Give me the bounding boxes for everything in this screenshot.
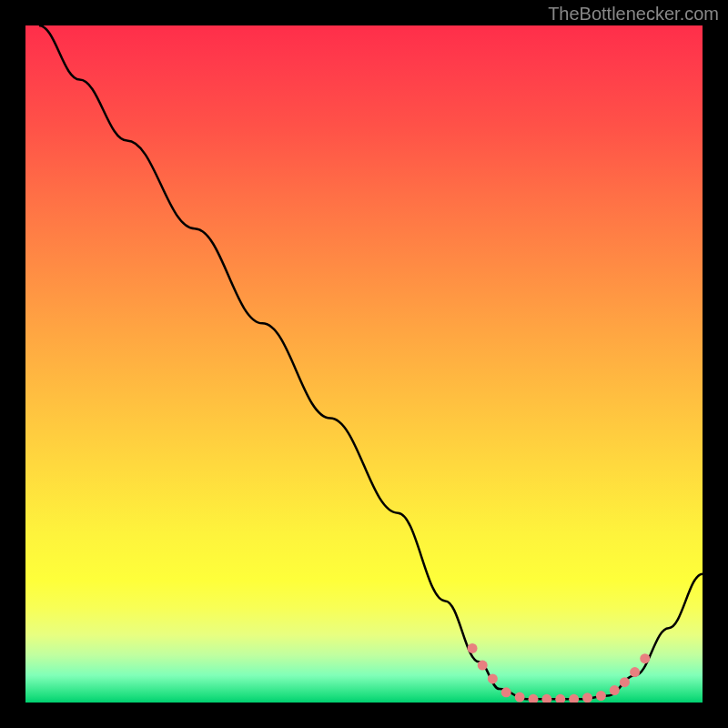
bottleneck-curve-path <box>39 25 703 699</box>
highlight-marker <box>541 694 551 703</box>
chart-svg <box>25 25 703 703</box>
highlight-marker <box>501 687 511 697</box>
highlight-markers-group <box>468 643 651 703</box>
highlight-marker <box>596 691 606 701</box>
highlight-marker <box>610 685 620 695</box>
highlight-marker <box>620 677 630 687</box>
highlight-marker <box>640 653 650 663</box>
highlight-marker <box>582 693 592 703</box>
highlight-marker <box>569 694 579 703</box>
curve-group <box>39 25 703 703</box>
highlight-marker <box>529 694 539 703</box>
highlight-marker <box>468 643 478 653</box>
chart-plot-area <box>25 25 703 703</box>
highlight-marker <box>555 694 565 703</box>
highlight-marker <box>478 661 488 671</box>
highlight-marker <box>488 673 498 683</box>
highlight-marker <box>515 693 525 703</box>
attribution-text: TheBottlenecker.com <box>548 4 719 25</box>
highlight-marker <box>630 667 640 677</box>
